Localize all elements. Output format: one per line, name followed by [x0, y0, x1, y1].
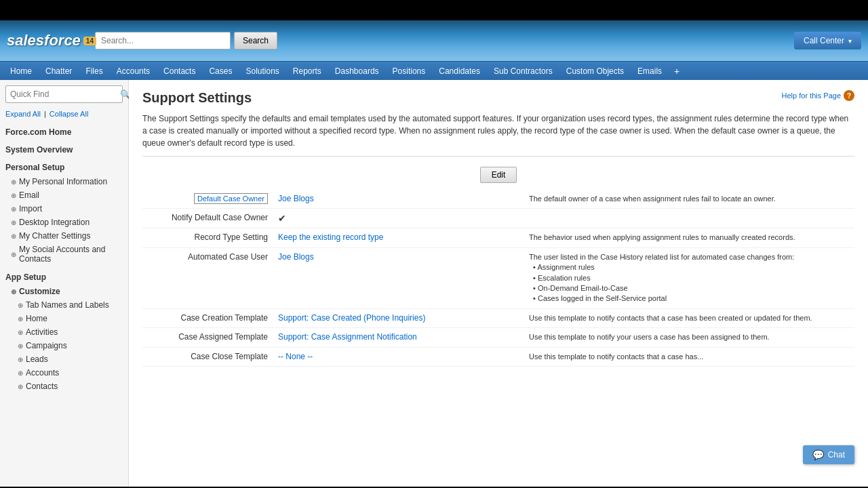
sidebar-search-box: 🔍: [5, 85, 123, 103]
content-wrapper: 🔍 Expand All | Collapse All Force.com Ho…: [0, 80, 868, 487]
nav-item-home[interactable]: Home: [3, 62, 39, 81]
row-desc-case-creation-template: Use this template to notify contacts tha…: [515, 313, 854, 323]
nav-item-positions[interactable]: Positions: [386, 62, 433, 81]
sidebar-section-personal: Personal Setup: [0, 157, 128, 175]
sidebar-item-chatter-settings[interactable]: ⊕ My Chatter Settings: [0, 229, 128, 243]
nav-item-chatter[interactable]: Chatter: [39, 62, 79, 81]
page-description: The Support Settings specify the default…: [142, 113, 854, 157]
expand-icon: ⊕: [11, 251, 16, 258]
sidebar-item-contacts-sub[interactable]: ⊕ Contacts: [0, 380, 128, 393]
row-desc-notify: [515, 213, 854, 224]
expand-icon: ⊕: [11, 232, 16, 240]
joe-blogs-link-2[interactable]: Joe Blogs: [278, 252, 314, 262]
sidebar-item-email[interactable]: ⊕ Email: [0, 188, 128, 202]
expand-icon: ⊕: [18, 302, 23, 309]
call-center-label: Call Center: [804, 36, 844, 45]
nav-item-cases[interactable]: Cases: [202, 62, 239, 81]
sidebar-section-system[interactable]: System Overview: [0, 140, 128, 157]
row-desc-automated-case-user: The user listed in the Case History rela…: [515, 252, 854, 304]
table-row: Automated Case User Joe Blogs The user l…: [142, 248, 854, 309]
sidebar-item-label: My Personal Information: [19, 177, 107, 186]
joe-blogs-link-1[interactable]: Joe Blogs: [278, 194, 314, 203]
edit-button[interactable]: Edit: [480, 167, 517, 183]
nav-item-files[interactable]: Files: [79, 62, 109, 81]
nav-item-contacts[interactable]: Contacts: [157, 62, 202, 81]
call-center-button[interactable]: Call Center ▾: [794, 32, 861, 49]
sidebar-item-desktop-integration[interactable]: ⊕ Desktop Integration: [0, 216, 128, 229]
nav-item-customobjects[interactable]: Custom Objects: [559, 62, 631, 81]
nav-plus-button[interactable]: +: [669, 66, 685, 77]
expand-all-link[interactable]: Expand All: [5, 110, 41, 118]
sidebar-item-label: Tab Names and Labels: [26, 300, 109, 310]
settings-table: Default Case Owner Joe Blogs The default…: [142, 190, 854, 367]
row-label-case-close-template: Case Close Template: [142, 352, 278, 362]
search-button[interactable]: Search: [234, 32, 277, 49]
chat-label: Chat: [828, 450, 845, 460]
nav-item-emails[interactable]: Emails: [631, 62, 669, 81]
search-input[interactable]: [95, 32, 231, 49]
case-creation-template-link[interactable]: Support: Case Created (Phone Inquiries): [278, 313, 425, 323]
sidebar-item-social-accounts[interactable]: ⊕ My Social Accounts and Contacts: [0, 243, 128, 266]
logo: salesforce 14: [7, 24, 81, 58]
sidebar-item-customize[interactable]: ⊕ Customize: [0, 285, 128, 298]
sidebar-item-label: Campaigns: [26, 341, 67, 350]
row-value-automated-case-user: Joe Blogs: [278, 252, 515, 304]
sidebar-item-home[interactable]: ⊕ Home: [0, 312, 128, 325]
help-icon: ?: [844, 90, 854, 101]
sidebar-item-label: Email: [19, 190, 39, 200]
case-assigned-template-link[interactable]: Support: Case Assignment Notification: [278, 332, 417, 342]
row-desc-default-case-owner: The default owner of a case when assignm…: [515, 194, 854, 204]
quick-find-input[interactable]: [6, 89, 116, 99]
table-row: Notify Default Case Owner ✔: [142, 209, 854, 228]
nav-item-reports[interactable]: Reports: [286, 62, 328, 81]
logo-badge: 14: [83, 37, 96, 45]
nav-item-dashboards[interactable]: Dashboards: [328, 62, 386, 81]
sidebar-item-tab-names[interactable]: ⊕ Tab Names and Labels: [0, 298, 128, 312]
row-label-case-assigned-template: Case Assigned Template: [142, 332, 278, 342]
help-link[interactable]: Help for this Page ?: [782, 90, 854, 101]
chat-button[interactable]: 💬 Chat: [803, 445, 854, 464]
sidebar-item-import[interactable]: ⊕ Import: [0, 202, 128, 216]
sidebar-item-my-personal-information[interactable]: ⊕ My Personal Information: [0, 175, 128, 188]
expand-icon: ⊕: [11, 178, 16, 186]
sidebar-item-label: Import: [19, 204, 42, 214]
row-desc-case-close-template: Use this template to notify contacts tha…: [515, 352, 854, 362]
sidebar-section-forcecom[interactable]: Force.com Home: [0, 122, 128, 140]
search-area: Search: [95, 32, 277, 49]
row-desc-case-assigned-template: Use this template to notify your users a…: [515, 332, 854, 342]
row-value-case-creation-template: Support: Case Created (Phone Inquiries): [278, 313, 515, 323]
nav-item-subcontractors[interactable]: Sub Contractors: [487, 62, 559, 81]
row-label-case-creation-template: Case Creation Template: [142, 313, 278, 323]
sidebar-item-label: My Chatter Settings: [19, 231, 90, 241]
top-bar: [0, 0, 868, 20]
table-row: Record Type Setting Keep the existing re…: [142, 228, 854, 247]
row-value-default-case-owner: Joe Blogs: [278, 194, 515, 204]
table-row: Case Close Template -- None -- Use this …: [142, 348, 854, 367]
table-row: Default Case Owner Joe Blogs The default…: [142, 190, 854, 209]
collapse-all-link[interactable]: Collapse All: [50, 110, 88, 118]
expand-icon: ⊕: [11, 219, 16, 226]
sidebar-item-campaigns[interactable]: ⊕ Campaigns: [0, 339, 128, 352]
expand-icon: ⊕: [18, 329, 23, 336]
expand-icon: ⊕: [18, 356, 23, 363]
expand-collapse-separator: |: [44, 110, 46, 118]
nav-item-solutions[interactable]: Solutions: [239, 62, 285, 81]
row-value-case-close-template: -- None --: [278, 352, 515, 362]
sidebar-item-label: Contacts: [26, 382, 58, 391]
help-link-text: Help for this Page: [782, 92, 841, 100]
sidebar-item-activities[interactable]: ⊕ Activities: [0, 325, 128, 339]
nav-item-candidates[interactable]: Candidates: [432, 62, 487, 81]
chat-icon: 💬: [812, 449, 824, 460]
row-value-record-type: Keep the existing record type: [278, 232, 515, 243]
sidebar-item-leads[interactable]: ⊕ Leads: [0, 352, 128, 366]
expand-icon: ⊕: [18, 342, 23, 350]
expand-icon: ⊕: [11, 288, 16, 296]
nav-item-accounts[interactable]: Accounts: [110, 62, 157, 81]
sidebar-section-appsetup: App Setup: [0, 270, 128, 285]
row-value-case-assigned-template: Support: Case Assignment Notification: [278, 332, 515, 342]
expand-icon: ⊕: [18, 383, 23, 390]
sidebar-item-accounts-sub[interactable]: ⊕ Accounts: [0, 366, 128, 380]
default-case-owner-link[interactable]: Default Case Owner: [194, 193, 268, 204]
edit-button-row: Edit: [142, 167, 854, 183]
header: salesforce 14 Search Call Center ▾: [0, 20, 868, 61]
